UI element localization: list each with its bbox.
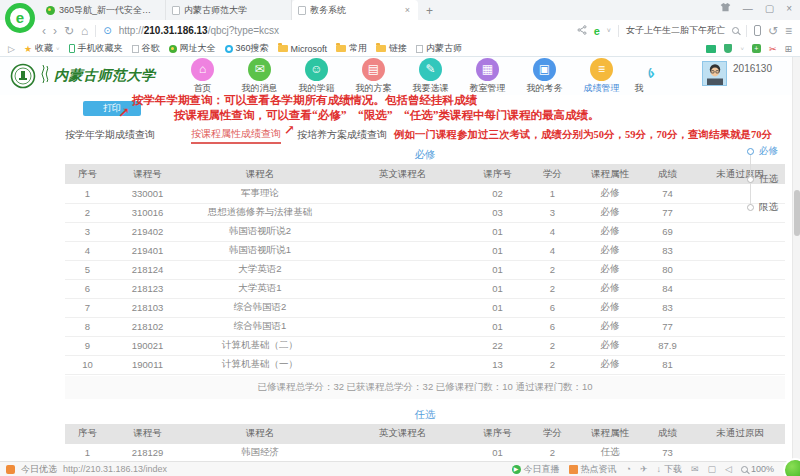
search-icon[interactable] [732, 27, 739, 34]
page-scrollbar[interactable] [792, 57, 800, 461]
forward-button[interactable]: › [53, 23, 57, 39]
anchor-elective[interactable]: 任选 [747, 173, 778, 186]
zoom-control[interactable]: 100% [741, 464, 774, 474]
favorites-menu[interactable]: ★收藏˅ [24, 42, 60, 55]
star-icon: ★ [24, 44, 32, 54]
daily-deals-icon[interactable] [6, 465, 15, 474]
cell: 2 [525, 444, 580, 462]
cell: 219402 [110, 222, 185, 241]
bookmark-nmgnu[interactable]: 内蒙古师 [416, 42, 462, 55]
page-favicon [298, 6, 306, 15]
scrollbar-thumb[interactable] [794, 190, 800, 236]
phone-icon [69, 44, 75, 53]
cell: 80 [640, 260, 695, 279]
browser-tab-360nav[interactable]: 360导航_新一代安全上网导航 [40, 0, 166, 20]
mode-dropdown-icon[interactable]: ˅ [607, 27, 611, 34]
apps-grid-icon[interactable]: ⊞ [784, 44, 792, 54]
menu-icon[interactable]: ≡ [785, 23, 792, 39]
tab-by-semester[interactable]: 按学年学期成绩查询 [65, 128, 155, 142]
cell: 83 [640, 298, 695, 317]
game-icon[interactable]: ✈ [640, 464, 648, 474]
share-icon[interactable] [577, 25, 587, 37]
pencil-icon: ✎ [419, 58, 442, 81]
tab-by-course-attribute-active[interactable]: 按课程属性成绩查询 [191, 127, 281, 144]
chevron-down-icon[interactable]: ˅ [740, 46, 744, 52]
download-manager[interactable]: ↓下载 [656, 463, 682, 476]
bookmark-folder-microsoft[interactable]: Microsoft [278, 44, 328, 54]
course-row: 2310016思想道德修养与法律基础033必修77 [65, 203, 785, 222]
collect-extension-icon[interactable]: + [752, 44, 761, 53]
course-row: 8218102综合韩国语1016必修77 [65, 317, 785, 336]
anchor-limited[interactable]: 限选 [747, 201, 778, 214]
wallet-extension-icon[interactable] [706, 45, 716, 53]
nav-item-grades[interactable]: ≡成绩管理 [573, 58, 630, 95]
cell [695, 444, 785, 462]
cell: 必修 [580, 260, 640, 279]
message-icon[interactable]: ✉ [691, 464, 699, 474]
refresh-button[interactable]: ↻ [64, 23, 74, 39]
bookmark-360-sites[interactable]: 网址大全 [169, 42, 216, 55]
nav-item-home[interactable]: ⌂首页 [174, 58, 231, 95]
site-info-icon[interactable]: ⊙ [103, 25, 111, 36]
cell: 1 [65, 184, 110, 203]
nav-scroll-next[interactable]: (› [648, 57, 655, 95]
user-box[interactable]: 2016130 [702, 61, 772, 86]
screenshot-scissors-icon[interactable]: ✂ [769, 44, 777, 54]
undo-closed-tab-icon[interactable]: ↺ [768, 23, 778, 39]
live-shortcut[interactable]: ▶今日直播 [512, 463, 560, 476]
hot-news-shortcut[interactable]: 热点资讯 [569, 463, 617, 476]
daily-deals-label[interactable]: 今日优选 [21, 463, 57, 476]
column-header: 课程名 [185, 424, 335, 444]
speed-ball-icon[interactable] [783, 458, 800, 476]
person-icon: ☺ [305, 58, 328, 81]
close-button[interactable]: × [786, 2, 792, 16]
bookmark-folder-links[interactable]: 链接 [376, 42, 407, 55]
required-table-title: 必修 [65, 148, 785, 162]
nav-item-exams[interactable]: ▣我的考务 [516, 58, 573, 95]
anchor-required[interactable]: 必修 [747, 145, 778, 158]
nav-item-messages[interactable]: ✉我的消息 [231, 58, 288, 95]
divider [618, 25, 619, 37]
speaker-icon[interactable]: ◁ [725, 464, 732, 474]
nav-item-partial[interactable]: 我 [630, 58, 648, 95]
browser-mode-icon[interactable]: e [594, 25, 600, 37]
address-bar[interactable]: http://210.31.186.13/qbcj?type=kcsx [119, 25, 279, 36]
cell: 必修 [580, 279, 640, 298]
folder-icon [278, 45, 288, 52]
cell [335, 298, 470, 317]
collapse-bookmarks-icon[interactable]: ▷ [8, 44, 15, 54]
bookmark-google[interactable]: 谷歌 [132, 42, 160, 55]
new-tab-button[interactable]: + [418, 2, 441, 20]
cell: 218129 [110, 444, 185, 462]
browser-tab-university[interactable]: 内蒙古师范大学 [166, 0, 292, 20]
bookmark-phone-folder[interactable]: 手机收藏夹 [69, 42, 123, 55]
download-icon: ↓ [656, 464, 661, 474]
clock-icon[interactable]: ◔ [626, 464, 631, 474]
cell: 大学英语1 [185, 279, 335, 298]
column-header: 课程号 [110, 424, 185, 444]
bookmark-folder-common[interactable]: 常用 [336, 42, 367, 55]
bookmark-360-search[interactable]: 360搜索 [225, 42, 269, 55]
browser-logo-icon[interactable]: e [5, 3, 35, 33]
nav-item-student-status[interactable]: ☺我的学籍 [288, 58, 345, 95]
skin-icon[interactable] [720, 2, 731, 16]
tab-close-icon[interactable]: × [403, 5, 412, 15]
cell: 韩国经济 [185, 444, 335, 462]
nav-item-classroom[interactable]: ▦教室管理 [459, 58, 516, 95]
avatar[interactable] [702, 61, 727, 86]
maximize-button[interactable]: ▢ [765, 2, 774, 16]
window-icon[interactable]: ▢ [708, 464, 717, 474]
browser-tab-jiaowu-active[interactable]: 教务系统 × [292, 0, 418, 20]
tab-by-training-plan[interactable]: 按培养方案成绩查询 [297, 128, 387, 142]
phone-sync-icon[interactable] [754, 25, 761, 36]
status-right-tools: ▶今日直播 热点资讯 ◔ ✈ ↓下载 ✉ ▢ ◁ 100% [512, 463, 775, 476]
search-input[interactable]: 女子上午生二胎下午死亡 [626, 24, 725, 37]
cell: 01 [470, 260, 525, 279]
chevron-down-icon: ˅ [56, 46, 60, 52]
home-button[interactable]: ⌂ [81, 23, 88, 39]
nav-item-plan[interactable]: ▤我的方案 [345, 58, 402, 95]
nav-item-course-select[interactable]: ✎我要选课 [402, 58, 459, 95]
shield-extension-icon[interactable] [724, 44, 732, 53]
minimize-button[interactable]: — [743, 2, 753, 16]
back-button[interactable]: ‹ [42, 23, 46, 39]
